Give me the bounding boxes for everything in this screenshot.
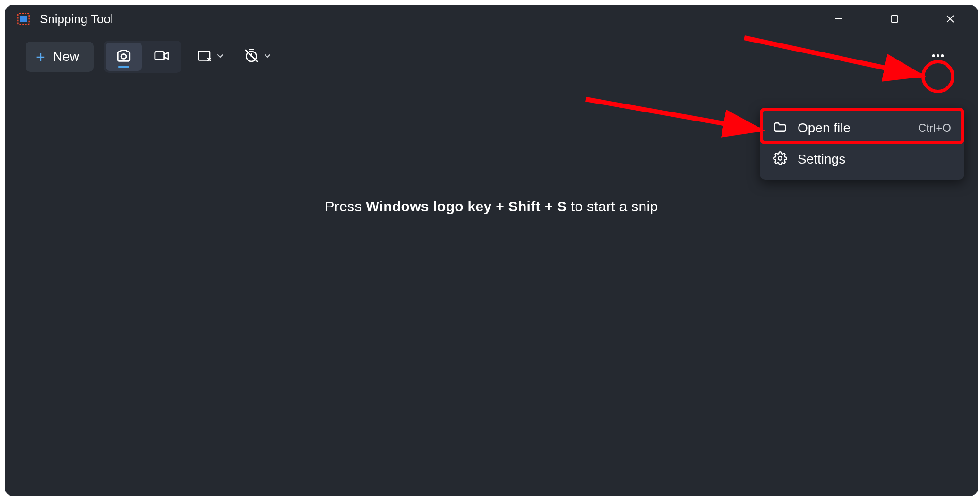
hint-keys: Windows logo key + Shift + S	[366, 199, 567, 214]
new-button[interactable]: + New	[26, 42, 94, 72]
capture-mode-group	[104, 41, 181, 73]
minimize-button[interactable]	[811, 5, 867, 33]
hint-pre: Press	[325, 199, 366, 214]
camera-icon	[116, 48, 132, 66]
plus-icon: +	[36, 48, 45, 66]
menu-shortcut: Ctrl+O	[918, 121, 951, 135]
hint-post: to start a snip	[567, 199, 658, 214]
maximize-button[interactable]	[867, 5, 922, 33]
svg-point-16	[937, 54, 939, 57]
chevron-down-icon	[216, 52, 224, 61]
svg-rect-1	[20, 16, 27, 22]
menu-label: Settings	[798, 152, 941, 167]
video-mode-button[interactable]	[144, 43, 180, 71]
app-icon	[17, 12, 30, 26]
delay-dropdown[interactable]	[239, 43, 276, 71]
gear-icon	[773, 151, 787, 167]
app-title: Snipping Tool	[40, 12, 113, 26]
video-icon	[154, 48, 170, 66]
svg-rect-7	[155, 52, 164, 60]
snip-shape-dropdown[interactable]	[192, 43, 229, 71]
toolbar: + New	[5, 33, 978, 80]
titlebar-left: Snipping Tool	[17, 12, 113, 26]
svg-point-6	[121, 54, 126, 59]
svg-rect-3	[891, 16, 898, 22]
rectangle-snip-icon	[197, 48, 212, 65]
close-button[interactable]	[922, 5, 978, 33]
menu-item-open-file[interactable]: Open file Ctrl+O	[765, 112, 960, 144]
ellipsis-icon	[930, 48, 946, 65]
window-controls	[811, 5, 978, 33]
app-window: Snipping Tool + New	[5, 5, 978, 496]
more-options-button[interactable]	[925, 44, 951, 69]
keyboard-hint: Press Windows logo key + Shift + S to st…	[325, 199, 658, 215]
chevron-down-icon	[264, 52, 271, 61]
menu-label: Open file	[798, 121, 908, 136]
titlebar: Snipping Tool	[5, 5, 978, 33]
svg-point-15	[932, 54, 935, 57]
folder-icon	[773, 120, 787, 136]
svg-point-17	[941, 54, 944, 57]
svg-point-18	[778, 156, 782, 160]
new-button-label: New	[53, 49, 79, 64]
menu-item-settings[interactable]: Settings	[765, 144, 960, 175]
screenshot-mode-button[interactable]	[106, 43, 142, 71]
toolbar-left: + New	[26, 41, 276, 73]
more-options-menu: Open file Ctrl+O Settings	[760, 108, 964, 180]
timer-off-icon	[244, 48, 259, 65]
